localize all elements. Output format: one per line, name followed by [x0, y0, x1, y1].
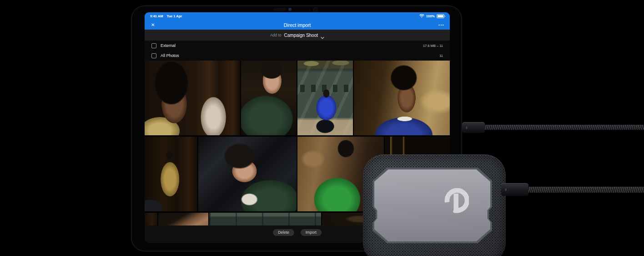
import-button[interactable]: Import: [301, 229, 322, 236]
usb-cable-top: [481, 125, 644, 130]
battery-percent: 100%: [426, 14, 435, 18]
photo-thumbnail[interactable]: [145, 61, 240, 135]
source-row-all-photos[interactable]: All Photos 11: [145, 51, 450, 61]
source-detail: 11: [439, 54, 443, 58]
photo-thumbnail[interactable]: [354, 61, 450, 135]
add-to-dropdown[interactable]: Add to Campaign Shoot: [145, 30, 450, 41]
external-ssd: [363, 154, 506, 256]
page-title: Direct import: [145, 22, 450, 28]
usb-connector-top: [462, 122, 485, 133]
status-date: Tue 1 Apr: [166, 14, 182, 18]
status-bar: 9:41 AM Tue 1 Apr 100%: [145, 12, 450, 20]
camera-ring: [313, 7, 318, 12]
thunderbolt-icon: [504, 185, 507, 194]
front-camera-pill: [273, 8, 286, 11]
close-button[interactable]: ✕: [151, 22, 155, 27]
more-menu-button[interactable]: •••: [438, 23, 444, 27]
import-header: ✕ Direct import •••: [145, 20, 450, 30]
checkbox-all-photos[interactable]: [151, 53, 156, 58]
checkbox-external[interactable]: [151, 43, 156, 48]
photo-thumbnail[interactable]: [241, 61, 297, 135]
source-row-external[interactable]: External 17.6 MB – 11: [145, 41, 450, 51]
usb-connector-bottom: [501, 183, 528, 196]
photo-thumbnail[interactable]: [297, 61, 353, 135]
photo-thumbnail[interactable]: [198, 137, 297, 211]
delete-button[interactable]: Delete: [273, 229, 294, 236]
front-camera-icon: [288, 8, 292, 11]
source-label: All Photos: [161, 53, 179, 58]
battery-icon: [437, 14, 444, 19]
source-detail: 17.6 MB – 11: [423, 44, 443, 48]
scene: 9:41 AM Tue 1 Apr 100% ✕: [0, 0, 644, 256]
photo-thumbnail[interactable]: [158, 213, 208, 225]
status-time: 9:41 AM: [150, 14, 163, 18]
g-drive-logo-icon: [443, 188, 469, 217]
microphone-dot: [309, 9, 310, 10]
thunderbolt-icon: [465, 123, 468, 132]
usb-cable-bottom: [523, 187, 644, 193]
add-to-value: Campaign Shoot: [284, 33, 318, 38]
photo-thumbnail[interactable]: [145, 137, 197, 211]
photo-thumbnail[interactable]: [209, 213, 321, 225]
add-to-label: Add to: [270, 33, 282, 37]
chevron-down-icon: [321, 33, 324, 37]
source-label: External: [161, 43, 176, 48]
photo-thumbnail[interactable]: [145, 213, 157, 225]
wifi-icon: [419, 14, 424, 19]
ssd-metal-plate: [374, 169, 490, 241]
